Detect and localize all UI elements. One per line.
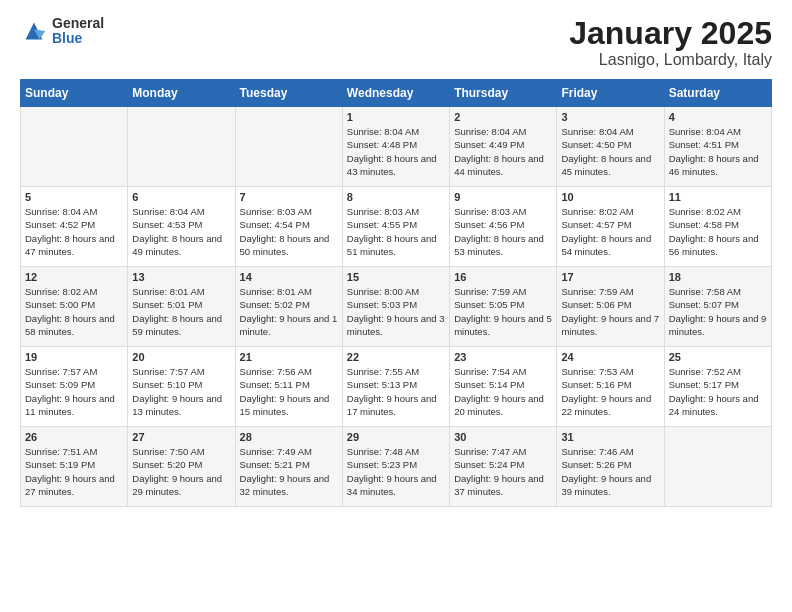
calendar-cell: 18Sunrise: 7:58 AM Sunset: 5:07 PM Dayli…: [664, 267, 771, 347]
day-number: 17: [561, 271, 659, 283]
calendar-week-row: 26Sunrise: 7:51 AM Sunset: 5:19 PM Dayli…: [21, 427, 772, 507]
day-number: 19: [25, 351, 123, 363]
calendar-cell: [235, 107, 342, 187]
day-number: 1: [347, 111, 445, 123]
day-number: 22: [347, 351, 445, 363]
day-number: 30: [454, 431, 552, 443]
calendar-title: January 2025: [569, 16, 772, 51]
day-number: 31: [561, 431, 659, 443]
calendar-cell: 20Sunrise: 7:57 AM Sunset: 5:10 PM Dayli…: [128, 347, 235, 427]
header: General Blue January 2025 Lasnigo, Lomba…: [20, 16, 772, 69]
calendar-cell: 12Sunrise: 8:02 AM Sunset: 5:00 PM Dayli…: [21, 267, 128, 347]
calendar-cell: 4Sunrise: 8:04 AM Sunset: 4:51 PM Daylig…: [664, 107, 771, 187]
calendar-header: SundayMondayTuesdayWednesdayThursdayFrid…: [21, 80, 772, 107]
cell-info: Sunrise: 8:02 AM Sunset: 4:58 PM Dayligh…: [669, 205, 767, 258]
calendar-cell: 19Sunrise: 7:57 AM Sunset: 5:09 PM Dayli…: [21, 347, 128, 427]
cell-info: Sunrise: 8:04 AM Sunset: 4:50 PM Dayligh…: [561, 125, 659, 178]
calendar-cell: 27Sunrise: 7:50 AM Sunset: 5:20 PM Dayli…: [128, 427, 235, 507]
calendar-cell: 5Sunrise: 8:04 AM Sunset: 4:52 PM Daylig…: [21, 187, 128, 267]
calendar-cell: 8Sunrise: 8:03 AM Sunset: 4:55 PM Daylig…: [342, 187, 449, 267]
day-number: 9: [454, 191, 552, 203]
weekday-header-wednesday: Wednesday: [342, 80, 449, 107]
cell-info: Sunrise: 7:54 AM Sunset: 5:14 PM Dayligh…: [454, 365, 552, 418]
page: General Blue January 2025 Lasnigo, Lomba…: [0, 0, 792, 523]
cell-info: Sunrise: 7:59 AM Sunset: 5:05 PM Dayligh…: [454, 285, 552, 338]
logo: General Blue: [20, 16, 104, 47]
calendar-cell: 17Sunrise: 7:59 AM Sunset: 5:06 PM Dayli…: [557, 267, 664, 347]
cell-info: Sunrise: 7:53 AM Sunset: 5:16 PM Dayligh…: [561, 365, 659, 418]
calendar-cell: 22Sunrise: 7:55 AM Sunset: 5:13 PM Dayli…: [342, 347, 449, 427]
cell-info: Sunrise: 8:01 AM Sunset: 5:02 PM Dayligh…: [240, 285, 338, 338]
weekday-header-thursday: Thursday: [450, 80, 557, 107]
day-number: 20: [132, 351, 230, 363]
cell-info: Sunrise: 8:03 AM Sunset: 4:54 PM Dayligh…: [240, 205, 338, 258]
cell-info: Sunrise: 8:00 AM Sunset: 5:03 PM Dayligh…: [347, 285, 445, 338]
day-number: 29: [347, 431, 445, 443]
day-number: 18: [669, 271, 767, 283]
title-block: January 2025 Lasnigo, Lombardy, Italy: [569, 16, 772, 69]
day-number: 10: [561, 191, 659, 203]
day-number: 27: [132, 431, 230, 443]
calendar-cell: 29Sunrise: 7:48 AM Sunset: 5:23 PM Dayli…: [342, 427, 449, 507]
logo-icon: [20, 17, 48, 45]
cell-info: Sunrise: 7:57 AM Sunset: 5:09 PM Dayligh…: [25, 365, 123, 418]
calendar-cell: 9Sunrise: 8:03 AM Sunset: 4:56 PM Daylig…: [450, 187, 557, 267]
cell-info: Sunrise: 8:03 AM Sunset: 4:55 PM Dayligh…: [347, 205, 445, 258]
cell-info: Sunrise: 7:46 AM Sunset: 5:26 PM Dayligh…: [561, 445, 659, 498]
weekday-header-monday: Monday: [128, 80, 235, 107]
cell-info: Sunrise: 8:04 AM Sunset: 4:49 PM Dayligh…: [454, 125, 552, 178]
calendar-cell: 24Sunrise: 7:53 AM Sunset: 5:16 PM Dayli…: [557, 347, 664, 427]
calendar-cell: 23Sunrise: 7:54 AM Sunset: 5:14 PM Dayli…: [450, 347, 557, 427]
day-number: 3: [561, 111, 659, 123]
cell-info: Sunrise: 8:03 AM Sunset: 4:56 PM Dayligh…: [454, 205, 552, 258]
cell-info: Sunrise: 7:58 AM Sunset: 5:07 PM Dayligh…: [669, 285, 767, 338]
logo-blue-label: Blue: [52, 31, 104, 46]
calendar-cell: 7Sunrise: 8:03 AM Sunset: 4:54 PM Daylig…: [235, 187, 342, 267]
calendar-week-row: 1Sunrise: 8:04 AM Sunset: 4:48 PM Daylig…: [21, 107, 772, 187]
day-number: 26: [25, 431, 123, 443]
cell-info: Sunrise: 8:04 AM Sunset: 4:53 PM Dayligh…: [132, 205, 230, 258]
day-number: 21: [240, 351, 338, 363]
calendar-cell: 15Sunrise: 8:00 AM Sunset: 5:03 PM Dayli…: [342, 267, 449, 347]
day-number: 8: [347, 191, 445, 203]
day-number: 11: [669, 191, 767, 203]
calendar-cell: [128, 107, 235, 187]
calendar-cell: 14Sunrise: 8:01 AM Sunset: 5:02 PM Dayli…: [235, 267, 342, 347]
calendar-cell: 25Sunrise: 7:52 AM Sunset: 5:17 PM Dayli…: [664, 347, 771, 427]
calendar-cell: 31Sunrise: 7:46 AM Sunset: 5:26 PM Dayli…: [557, 427, 664, 507]
weekday-header-friday: Friday: [557, 80, 664, 107]
day-number: 24: [561, 351, 659, 363]
calendar-cell: 28Sunrise: 7:49 AM Sunset: 5:21 PM Dayli…: [235, 427, 342, 507]
day-number: 5: [25, 191, 123, 203]
cell-info: Sunrise: 7:48 AM Sunset: 5:23 PM Dayligh…: [347, 445, 445, 498]
day-number: 16: [454, 271, 552, 283]
day-number: 28: [240, 431, 338, 443]
cell-info: Sunrise: 7:55 AM Sunset: 5:13 PM Dayligh…: [347, 365, 445, 418]
cell-info: Sunrise: 7:51 AM Sunset: 5:19 PM Dayligh…: [25, 445, 123, 498]
day-number: 23: [454, 351, 552, 363]
calendar-cell: 21Sunrise: 7:56 AM Sunset: 5:11 PM Dayli…: [235, 347, 342, 427]
calendar-cell: 2Sunrise: 8:04 AM Sunset: 4:49 PM Daylig…: [450, 107, 557, 187]
calendar-cell: 10Sunrise: 8:02 AM Sunset: 4:57 PM Dayli…: [557, 187, 664, 267]
cell-info: Sunrise: 7:59 AM Sunset: 5:06 PM Dayligh…: [561, 285, 659, 338]
calendar-cell: 1Sunrise: 8:04 AM Sunset: 4:48 PM Daylig…: [342, 107, 449, 187]
calendar-cell: [664, 427, 771, 507]
day-number: 2: [454, 111, 552, 123]
logo-text: General Blue: [52, 16, 104, 47]
day-number: 6: [132, 191, 230, 203]
calendar-week-row: 12Sunrise: 8:02 AM Sunset: 5:00 PM Dayli…: [21, 267, 772, 347]
calendar-cell: 16Sunrise: 7:59 AM Sunset: 5:05 PM Dayli…: [450, 267, 557, 347]
cell-info: Sunrise: 8:04 AM Sunset: 4:48 PM Dayligh…: [347, 125, 445, 178]
calendar-week-row: 5Sunrise: 8:04 AM Sunset: 4:52 PM Daylig…: [21, 187, 772, 267]
cell-info: Sunrise: 7:49 AM Sunset: 5:21 PM Dayligh…: [240, 445, 338, 498]
weekday-header-sunday: Sunday: [21, 80, 128, 107]
cell-info: Sunrise: 8:04 AM Sunset: 4:52 PM Dayligh…: [25, 205, 123, 258]
calendar-body: 1Sunrise: 8:04 AM Sunset: 4:48 PM Daylig…: [21, 107, 772, 507]
calendar-cell: 26Sunrise: 7:51 AM Sunset: 5:19 PM Dayli…: [21, 427, 128, 507]
day-number: 7: [240, 191, 338, 203]
cell-info: Sunrise: 7:57 AM Sunset: 5:10 PM Dayligh…: [132, 365, 230, 418]
calendar-cell: 13Sunrise: 8:01 AM Sunset: 5:01 PM Dayli…: [128, 267, 235, 347]
calendar-cell: 3Sunrise: 8:04 AM Sunset: 4:50 PM Daylig…: [557, 107, 664, 187]
weekday-header-row: SundayMondayTuesdayWednesdayThursdayFrid…: [21, 80, 772, 107]
calendar-subtitle: Lasnigo, Lombardy, Italy: [569, 51, 772, 69]
